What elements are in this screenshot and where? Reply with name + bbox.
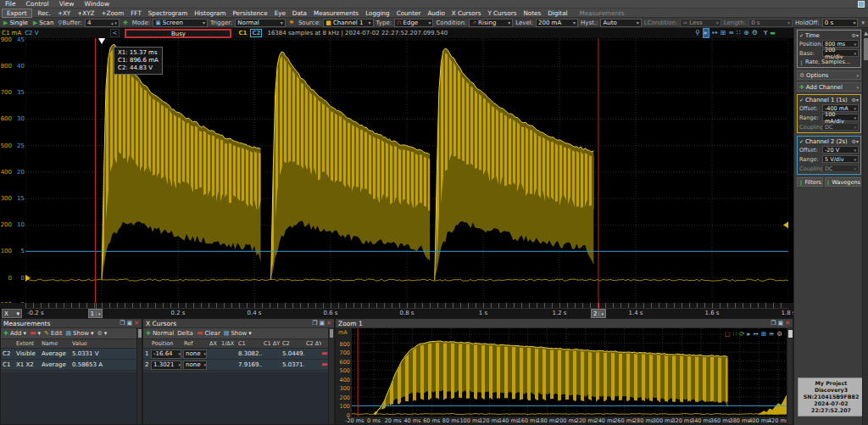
cursor-ref-select[interactable]: none▾ xyxy=(183,350,207,359)
tab-measurements[interactable]: Measurements xyxy=(576,9,628,17)
x-cursor-handle-2[interactable]: 2▾ xyxy=(591,309,606,318)
wavegens-button[interactable]: ❙Wavegens xyxy=(825,177,861,187)
tab-histogram[interactable]: Histogram xyxy=(191,9,229,17)
float-icon[interactable]: ❐ xyxy=(771,320,776,327)
show-cursors-button[interactable]: ▤Show▾ xyxy=(224,330,252,337)
minus-icon[interactable]: ▬ xyxy=(770,30,776,36)
tab-audio[interactable]: Audio xyxy=(424,9,448,17)
add-channel-button[interactable]: ✚Add Channel▾ xyxy=(797,82,861,92)
overflow-icon[interactable]: ▾ xyxy=(860,20,866,26)
edit-measurement-button[interactable]: ✎Edit xyxy=(44,330,62,337)
close-icon[interactable]: ✕ xyxy=(326,320,331,327)
x-cursor-handle-1[interactable]: 1▾ xyxy=(88,309,103,318)
zoom1-panel-titlebar[interactable]: Zoom 1 ❐▣✕ xyxy=(336,319,793,328)
gear-icon[interactable]: ⚙▾ xyxy=(852,32,859,38)
main-scope-plot[interactable]: X1: 15.37 ms C1: 896.6 mA C2: 44.83 V xyxy=(25,38,788,303)
maximize-icon[interactable]: ▣ xyxy=(320,320,326,327)
tab--xy[interactable]: +XY xyxy=(54,9,74,17)
tab-y-cursors[interactable]: Y Cursors xyxy=(484,9,520,17)
spinner-arrows-icon[interactable]: ▴ ▾ xyxy=(111,21,117,25)
tab-digital[interactable]: Digital xyxy=(544,9,570,17)
dots-icon[interactable]: ∷ xyxy=(737,29,741,37)
c1-channel-chip[interactable]: C1 xyxy=(238,30,247,36)
sidebar-scrollbar[interactable]: ▲ xyxy=(862,28,868,425)
tab-counter[interactable]: Counter xyxy=(393,9,425,17)
tab-notes[interactable]: Notes xyxy=(520,9,544,17)
tab--zoom[interactable]: +Zoom xyxy=(97,9,127,17)
cursor-ref-select[interactable]: none▾ xyxy=(183,361,207,370)
refresh-icon[interactable]: ⟳ xyxy=(739,330,744,338)
magnifier-icon[interactable]: ⚲ xyxy=(695,29,700,37)
add-delta-cursor-button[interactable]: Delta xyxy=(177,330,193,337)
region-icon[interactable]: □ xyxy=(724,330,730,338)
0-s-select[interactable]: 0 s▾ xyxy=(822,19,859,27)
table-row[interactable]: 21.3021▾none▾7.9169...5.0371...▬ xyxy=(143,360,334,371)
time-base-select[interactable]: 200 ms/div▾ xyxy=(822,49,859,57)
200-ma-select[interactable]: 200 mA▾ xyxy=(536,19,578,27)
table-row[interactable]: C2VisibleAverage5.0331 V xyxy=(1,349,142,360)
maximize-icon[interactable]: ▣ xyxy=(778,320,784,327)
zoom-in-icon[interactable]: ⊕ xyxy=(743,29,749,37)
zoom-scrollbar[interactable] xyxy=(787,328,793,424)
scan-button[interactable]: ▶Scan xyxy=(31,20,55,26)
steps-icon[interactable]: ≡ xyxy=(728,29,734,37)
show-measurements-button[interactable]: ▤Show▾ xyxy=(65,330,93,337)
measurements-settings-button[interactable]: ⚙▾ xyxy=(97,330,108,337)
cursor-position-select[interactable]: 1.3021▾ xyxy=(151,361,181,370)
tab-rec-[interactable]: Rec. xyxy=(35,9,54,17)
fit-page-icon[interactable]: ⊞ xyxy=(721,29,726,37)
ch2-coupling-select[interactable]: DC▾ xyxy=(822,165,859,172)
channel-1-select[interactable]: ■Channel 1▾ xyxy=(323,19,373,27)
options-expander[interactable]: ⚙Options▾ xyxy=(797,70,861,80)
checkbox-checked-icon[interactable]: ✓ xyxy=(799,32,804,38)
y-axis-selector[interactable]: Y xyxy=(764,30,767,36)
screen-select[interactable]: ▣Screen▾ xyxy=(153,19,208,27)
edge-select[interactable]: ⊓Edge▾ xyxy=(394,19,433,27)
tab--xyz[interactable]: +XYZ xyxy=(74,9,97,17)
table-row[interactable]: 1-16.64▾none▾8.3082...5.0449...▬ xyxy=(143,349,334,360)
plus-icon[interactable]: ✚ xyxy=(121,20,130,26)
steps-icon[interactable]: ≡ xyxy=(769,330,774,338)
x-cursors-scrollbar[interactable] xyxy=(328,328,334,424)
gear-icon[interactable]: ⚙ xyxy=(776,330,782,338)
clear-cursors-button[interactable]: ▬Clear xyxy=(197,330,220,337)
pointer-icon[interactable]: ▸ xyxy=(748,330,751,338)
single-button[interactable]: ▶Single xyxy=(2,20,30,26)
tab-persistence[interactable]: Persistence xyxy=(230,9,271,17)
remove-measurement-button[interactable]: ▬▾ xyxy=(30,330,41,337)
fit-width-icon[interactable]: ↔ xyxy=(753,330,758,338)
c2-channel-chip[interactable]: C2 xyxy=(250,29,262,37)
buffer-spinner[interactable]: 4▴ ▾ xyxy=(85,19,120,27)
tab-export[interactable]: Export xyxy=(2,8,32,18)
dots-icon[interactable]: ∷ xyxy=(733,330,737,338)
table-row[interactable]: C1X1 X2Average0.58653 A xyxy=(1,360,142,371)
zoom1-plot[interactable] xyxy=(352,328,789,417)
less-select[interactable]: ≈Less▾ xyxy=(680,19,721,27)
x-axis-selector[interactable]: X▾ xyxy=(2,309,22,318)
menu-window[interactable]: Window xyxy=(80,0,115,8)
measurements-scrollbar[interactable] xyxy=(136,328,142,424)
cursor-position-select[interactable]: -16.64▾ xyxy=(151,350,181,359)
fit-width-icon[interactable]: ↔ xyxy=(712,29,718,37)
close-icon[interactable]: ✕ xyxy=(785,320,790,327)
fit-page-icon[interactable]: ⊞ xyxy=(761,330,766,338)
history-back-button[interactable]: < xyxy=(110,29,120,37)
window-icon[interactable] xyxy=(858,1,865,8)
filters-button[interactable]: ❙Filters xyxy=(797,177,823,187)
close-icon[interactable]: ✕ xyxy=(134,320,139,327)
ch1-range-select[interactable]: 100 mA/div▾ xyxy=(822,114,859,121)
add-normal-cursor-button[interactable]: ✚Normal xyxy=(146,330,174,337)
normal-select[interactable]: Normal▾ xyxy=(235,19,285,27)
remove-cursor-button[interactable]: ▬ xyxy=(321,362,328,367)
ch2-offset-select[interactable]: -20 V▾ xyxy=(822,146,859,154)
menu-file[interactable]: File xyxy=(0,0,21,8)
x-cursors-panel-titlebar[interactable]: X Cursors ❐▣✕ xyxy=(143,319,334,328)
ch2-range-select[interactable]: 5 V/div▾ xyxy=(822,155,859,163)
0-s-select[interactable]: 0 s▾ xyxy=(748,19,793,27)
trigflag-icon[interactable]: ⚑ xyxy=(287,20,296,26)
ch1-coupling-select[interactable]: DC▾ xyxy=(822,123,859,131)
tab-eye[interactable]: Eye xyxy=(271,9,289,17)
add-measurement-button[interactable]: ✚Add▾ xyxy=(3,330,26,337)
menu-view[interactable]: View xyxy=(54,0,80,8)
tab-x-cursors[interactable]: X Cursors xyxy=(448,9,485,17)
